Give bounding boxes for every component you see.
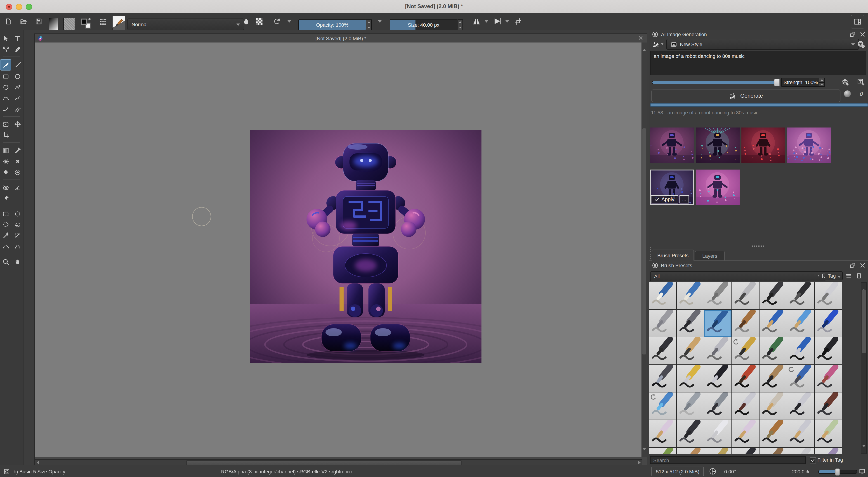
generated-thumbnail-result-4[interactable] <box>787 127 831 163</box>
generate-button[interactable]: Generate <box>651 90 840 102</box>
tool-colorize-mask[interactable] <box>0 156 11 167</box>
tool-pan[interactable] <box>12 256 23 267</box>
tool-zoom[interactable] <box>0 256 11 267</box>
foreground-background-colors[interactable] <box>80 17 92 30</box>
lock-icon[interactable] <box>652 31 658 37</box>
brush-preset-ink-brush[interactable] <box>677 310 704 337</box>
tab-layers[interactable]: Layers <box>695 251 725 261</box>
brush-preset-ink-pen[interactable] <box>760 282 786 309</box>
more-options-button[interactable]: ... <box>680 195 689 204</box>
generated-thumbnail-result-3[interactable] <box>741 127 785 163</box>
display-mode-button[interactable] <box>844 272 852 280</box>
tag-filter-dropdown[interactable]: All <box>650 271 826 281</box>
mirror-vertical-button[interactable] <box>493 17 502 26</box>
brush-preset-pencil-soft[interactable] <box>787 282 814 309</box>
brush-preset-fineliner[interactable] <box>815 337 842 364</box>
zoom-window-button[interactable] <box>26 4 32 10</box>
strength-spinbox[interactable]: Strength: 100% <box>781 78 820 87</box>
tool-freehand-path[interactable] <box>12 93 23 103</box>
generated-thumbnail-result-6[interactable] <box>696 170 740 205</box>
tool-polyline[interactable] <box>12 82 23 92</box>
strength-slider-handle[interactable] <box>774 79 780 86</box>
tool-rectangular-selection[interactable] <box>0 208 11 219</box>
brush-preset-marker-pink[interactable] <box>815 365 842 392</box>
strength-slider[interactable] <box>652 81 779 84</box>
float-docker-icon[interactable] <box>849 262 856 269</box>
tool-smart-patch[interactable] <box>12 156 23 167</box>
rotation-value[interactable]: 0.00° <box>724 465 736 477</box>
tool-freehand-brush[interactable] <box>0 59 11 70</box>
generated-thumbnail-result-1[interactable] <box>650 127 694 163</box>
brush-preset-eraser-small[interactable] <box>649 282 676 309</box>
brush-preset-pen-soft[interactable] <box>815 282 842 309</box>
brush-preset-pastel-gold[interactable] <box>704 448 732 454</box>
brush-preset-marker-blue[interactable] <box>787 365 814 392</box>
canvas-vertical-scrollbar[interactable] <box>642 42 647 457</box>
chevron-down-icon[interactable] <box>378 20 381 22</box>
pattern-chooser[interactable] <box>63 18 75 30</box>
brush-preset-charcoal-stick[interactable] <box>732 448 759 454</box>
brush-preset-pencil-bundle[interactable] <box>760 337 786 364</box>
save-document-button[interactable] <box>35 18 42 25</box>
selection-indicator-icon[interactable] <box>4 468 10 475</box>
brush-preset-brush-slim[interactable] <box>732 392 759 420</box>
close-docker-icon[interactable] <box>860 262 866 269</box>
canvas-size-button[interactable]: 512 x 512 (2.0 MiB) <box>651 467 704 476</box>
add-text-icon[interactable] <box>857 78 865 86</box>
canvas-surface[interactable] <box>35 42 642 457</box>
brush-preset-pencil-2b[interactable] <box>649 337 676 364</box>
brush-preset-brush-thin[interactable] <box>787 420 814 447</box>
filter-in-tag-checkbox[interactable] <box>810 457 816 464</box>
add-layer-icon[interactable] <box>841 78 849 86</box>
brush-preset-chalk[interactable] <box>677 448 704 454</box>
tool-similar-color-selection[interactable] <box>12 230 23 241</box>
brush-preset-brush-detail[interactable] <box>732 365 759 392</box>
strength-spinner[interactable] <box>819 78 825 87</box>
open-document-button[interactable] <box>20 18 27 25</box>
minimize-window-button[interactable] <box>16 4 22 10</box>
tool-gradient[interactable] <box>0 145 11 155</box>
gradient-chooser[interactable] <box>49 18 58 30</box>
tool-transform[interactable] <box>0 119 11 129</box>
brush-preset-dip-pen[interactable] <box>677 365 704 392</box>
brush-preset-fountain-pen[interactable] <box>787 337 814 364</box>
brush-preset-watercolor[interactable] <box>732 310 759 337</box>
tool-crop[interactable] <box>0 130 11 140</box>
brush-preset-brush-krita[interactable] <box>760 365 786 392</box>
brush-preset-pencil-hb[interactable] <box>677 337 704 364</box>
brush-size-slider[interactable]: Size: 40.00 px <box>390 20 458 30</box>
tool-fill[interactable] <box>0 167 11 177</box>
tool-contiguous-selection[interactable] <box>0 230 11 241</box>
vertical-scroll-thumb[interactable] <box>643 128 646 355</box>
brush-preset-brush-fan[interactable] <box>732 420 759 447</box>
new-document-button[interactable] <box>4 18 12 25</box>
brush-preset-basic-5-size-opacity[interactable] <box>704 310 732 337</box>
close-subwindow-icon[interactable] <box>637 34 644 41</box>
brush-preset-smudge-soft[interactable] <box>704 282 732 309</box>
brush-preset-pencil-blue[interactable] <box>760 310 786 337</box>
tab-brush-presets[interactable]: Brush Presets <box>652 249 694 261</box>
brush-preset-stick-brown[interactable] <box>760 448 786 454</box>
brush-preset-pencil-stub[interactable] <box>732 337 759 364</box>
tool-edit-shapes[interactable] <box>0 44 11 54</box>
tool-polygon[interactable] <box>0 82 11 92</box>
tool-line[interactable] <box>13 59 23 70</box>
brush-preset-mech-pencil[interactable] <box>649 365 676 392</box>
preset-detail-button[interactable] <box>855 272 863 280</box>
float-docker-icon[interactable] <box>849 31 856 37</box>
workspace-chooser-button[interactable] <box>851 15 864 28</box>
preset-grid-scrollbar[interactable] <box>861 282 867 454</box>
brush-preset-eraser-soft[interactable] <box>677 282 704 309</box>
brush-preset-airbrush-soft[interactable] <box>732 282 759 309</box>
tool-freehand-selection[interactable] <box>12 219 23 230</box>
tool-move[interactable] <box>12 119 23 129</box>
brush-editor-button[interactable] <box>112 16 125 30</box>
brush-preset-pen-nib[interactable] <box>704 337 732 364</box>
brush-preset-pencil-green[interactable] <box>649 448 676 454</box>
tool-bezier-selection[interactable] <box>0 241 11 251</box>
generated-thumbnail-result-5[interactable]: Apply... <box>650 170 694 205</box>
chevron-down-icon[interactable] <box>505 20 509 22</box>
tool-text[interactable] <box>12 33 23 43</box>
monitor-icon[interactable] <box>859 468 866 475</box>
subwindow-titlebar[interactable]: [Not Saved] (2.0 MiB) * <box>35 34 647 42</box>
